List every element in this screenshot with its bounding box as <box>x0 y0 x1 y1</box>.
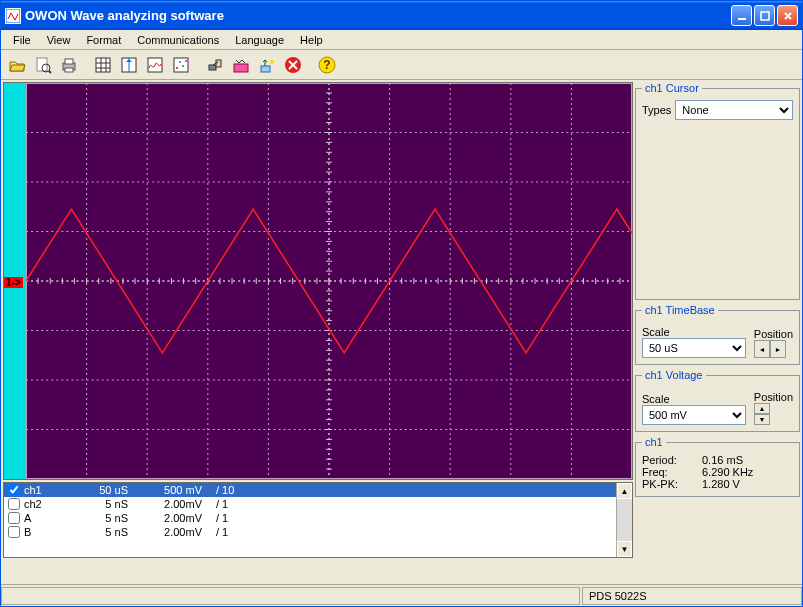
svg-rect-1 <box>738 18 746 20</box>
svg-rect-2 <box>761 12 769 20</box>
cursor-types-select[interactable]: None <box>675 100 793 120</box>
channel-timebase: 5 nS <box>68 512 128 524</box>
channel-name: ch1 <box>24 484 64 496</box>
svg-rect-19 <box>234 64 248 72</box>
channel-timebase: 5 nS <box>68 498 128 510</box>
channel-div: / 1 <box>206 498 246 510</box>
timebase-panel: ch1 TimeBase Scale 50 uS Position ◄ ► <box>635 304 800 365</box>
measure-value: 6.290 KHz <box>702 466 753 478</box>
scope-margin: 1-> <box>4 83 26 479</box>
svg-rect-18 <box>216 60 221 67</box>
svg-point-15 <box>182 65 184 67</box>
timebase-pos-right-button[interactable]: ► <box>770 340 786 358</box>
waveform-button[interactable] <box>143 53 167 77</box>
grid-button[interactable] <box>91 53 115 77</box>
upload-button[interactable] <box>255 53 279 77</box>
svg-line-5 <box>49 71 51 73</box>
cursor-types-label: Types <box>642 104 671 116</box>
svg-rect-20 <box>261 66 270 72</box>
channel-row[interactable]: ch25 nS2.00mV/ 1 <box>4 497 616 511</box>
voltage-position-label: Position <box>754 391 793 403</box>
cursor-panel: ch1 Cursor Types None <box>635 82 800 300</box>
svg-point-13 <box>176 67 178 69</box>
main-area: 1-> ch150 uS500 mV/ 10ch25 nS2.00mV/ 1A5… <box>1 80 802 584</box>
measure-label: PK-PK: <box>642 478 702 490</box>
find-button[interactable] <box>31 53 55 77</box>
help-button[interactable]: ? <box>315 53 339 77</box>
measure-value: 0.16 mS <box>702 454 743 466</box>
menu-view[interactable]: View <box>39 32 79 48</box>
scope-canvas[interactable] <box>26 83 632 479</box>
points-button[interactable] <box>169 53 193 77</box>
record-button[interactable] <box>229 53 253 77</box>
channel-name: A <box>24 512 64 524</box>
stop-button[interactable] <box>281 53 305 77</box>
svg-rect-8 <box>65 68 73 72</box>
timebase-pos-left-button[interactable]: ◄ <box>754 340 770 358</box>
app-icon <box>5 8 21 24</box>
menu-language[interactable]: Language <box>227 32 292 48</box>
maximize-button[interactable] <box>754 5 775 26</box>
channel-checkbox[interactable] <box>8 512 20 524</box>
scroll-up-icon[interactable]: ▲ <box>617 483 632 499</box>
measure-label: Period: <box>642 454 702 466</box>
minimize-button[interactable] <box>731 5 752 26</box>
menu-help[interactable]: Help <box>292 32 331 48</box>
svg-text:?: ? <box>323 58 330 72</box>
menu-format[interactable]: Format <box>78 32 129 48</box>
channel-list-scrollbar[interactable]: ▲ ▼ <box>616 483 632 557</box>
channel-list: ch150 uS500 mV/ 10ch25 nS2.00mV/ 1A5 nS2… <box>3 482 633 558</box>
measure-panel: ch1 Period:0.16 mSFreq:6.290 KHzPK-PK:1.… <box>635 436 800 497</box>
measure-legend: ch1 <box>642 436 666 448</box>
measure-value: 1.280 V <box>702 478 740 490</box>
channel-row[interactable]: ch150 uS500 mV/ 10 <box>4 483 616 497</box>
channel-name: ch2 <box>24 498 64 510</box>
svg-point-14 <box>179 61 181 63</box>
voltage-panel: ch1 Voltage Scale 500 mV Position ▲ ▼ <box>635 369 800 432</box>
channel-checkbox[interactable] <box>8 484 20 496</box>
channel-div: / 1 <box>206 526 246 538</box>
scroll-down-icon[interactable]: ▼ <box>617 541 632 557</box>
timebase-scale-label: Scale <box>642 326 746 338</box>
channel-timebase: 50 uS <box>68 484 128 496</box>
cursor-toggle-button[interactable] <box>117 53 141 77</box>
measure-label: Freq: <box>642 466 702 478</box>
timebase-position-label: Position <box>754 328 793 340</box>
voltage-scale-label: Scale <box>642 393 746 405</box>
status-device: PDS 5022S <box>582 587 802 605</box>
menu-communications[interactable]: Communications <box>129 32 227 48</box>
titlebar: OWON Wave analyzing software <box>1 1 802 30</box>
channel-row[interactable]: B5 nS2.00mV/ 1 <box>4 525 616 539</box>
svg-rect-9 <box>96 58 110 72</box>
channel-name: B <box>24 526 64 538</box>
channel-checkbox[interactable] <box>8 498 20 510</box>
channel-voltage: 2.00mV <box>132 526 202 538</box>
channel-voltage: 500 mV <box>132 484 202 496</box>
timebase-legend: ch1 TimeBase <box>642 304 718 316</box>
voltage-pos-down-button[interactable]: ▼ <box>754 414 770 425</box>
menu-file[interactable]: File <box>5 32 39 48</box>
menubar: File View Format Communications Language… <box>1 30 802 50</box>
voltage-scale-select[interactable]: 500 mV <box>642 405 746 425</box>
statusbar: PDS 5022S <box>1 584 802 606</box>
scope-display: 1-> <box>3 82 633 480</box>
ch1-zero-marker: 1-> <box>4 277 23 288</box>
print-button[interactable] <box>57 53 81 77</box>
svg-point-21 <box>270 60 274 64</box>
svg-point-16 <box>185 60 187 62</box>
voltage-pos-up-button[interactable]: ▲ <box>754 403 770 414</box>
voltage-legend: ch1 Voltage <box>642 369 706 381</box>
toolbar: ? <box>1 50 802 80</box>
open-button[interactable] <box>5 53 29 77</box>
channel-voltage: 2.00mV <box>132 498 202 510</box>
channel-row[interactable]: A5 nS2.00mV/ 1 <box>4 511 616 525</box>
timebase-scale-select[interactable]: 50 uS <box>642 338 746 358</box>
channel-checkbox[interactable] <box>8 526 20 538</box>
connect-button[interactable] <box>203 53 227 77</box>
channel-div: / 1 <box>206 512 246 524</box>
close-button[interactable] <box>777 5 798 26</box>
channel-div: / 10 <box>206 484 246 496</box>
cursor-legend: ch1 Cursor <box>642 82 702 94</box>
svg-rect-17 <box>209 65 216 70</box>
svg-rect-7 <box>65 59 73 64</box>
